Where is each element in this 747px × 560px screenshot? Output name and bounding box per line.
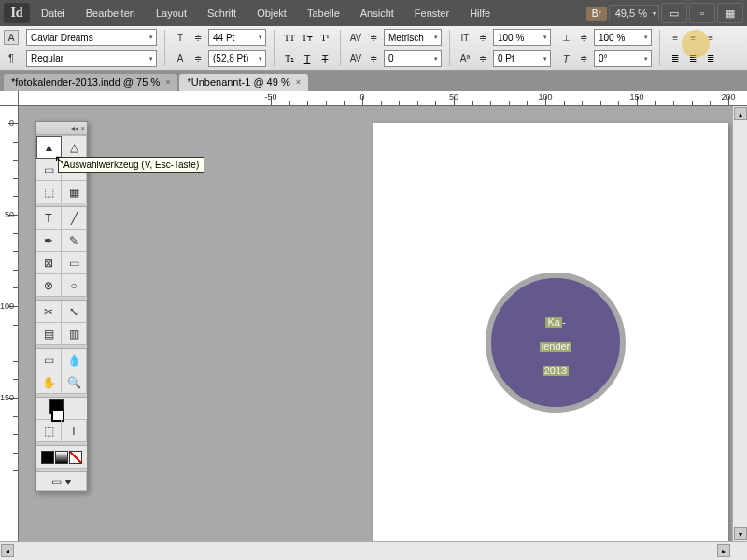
kerning-dropdown[interactable]: Metrisch bbox=[384, 29, 442, 46]
fill-stroke-swatch[interactable] bbox=[36, 398, 87, 420]
free-transform-tool-icon[interactable]: ⤡ bbox=[62, 301, 87, 323]
vertical-ruler[interactable]: 050100150 bbox=[0, 91, 19, 541]
font-style-dropdown[interactable]: Regular bbox=[26, 50, 157, 67]
panel-header[interactable]: ◂◂ × bbox=[36, 122, 87, 135]
stepper-icon[interactable]: ≑ bbox=[576, 51, 591, 66]
vscale-icon: IT bbox=[458, 30, 472, 45]
font-size-dropdown[interactable]: 44 Pt bbox=[208, 29, 266, 46]
tracking-dropdown[interactable]: 0 bbox=[384, 50, 442, 67]
scissors-tool-icon[interactable]: ✂ bbox=[36, 301, 62, 323]
scroll-up-icon[interactable]: ▴ bbox=[734, 107, 747, 120]
kerning-icon: AV bbox=[348, 30, 363, 45]
stepper-icon[interactable]: ≑ bbox=[576, 30, 591, 45]
hand-tool-icon[interactable]: ✋ bbox=[36, 371, 62, 394]
apply-color-row[interactable] bbox=[36, 446, 87, 469]
document-tabbar: *fotokalender-2013.indd @ 75 %× *Unbenan… bbox=[0, 71, 747, 91]
justify-left-icon[interactable]: ≣ bbox=[668, 51, 683, 66]
superscript-icon[interactable]: T¹ bbox=[317, 30, 332, 45]
note-tool-icon[interactable]: ▭ bbox=[36, 349, 62, 371]
menu-ansicht[interactable]: Ansicht bbox=[351, 4, 403, 22]
baseline-icon: Aª bbox=[458, 51, 472, 66]
paragraph-controls-icon[interactable]: ¶ bbox=[4, 51, 19, 66]
allcaps-icon[interactable]: TT bbox=[282, 30, 297, 45]
app-logo: Id bbox=[4, 3, 30, 23]
view-options-icon[interactable]: ▭ bbox=[661, 3, 687, 23]
character-controls-icon[interactable]: A bbox=[4, 30, 19, 45]
menu-layout[interactable]: Layout bbox=[147, 4, 196, 22]
formatting-text-icon[interactable]: T bbox=[62, 420, 87, 442]
page[interactable]: Ka- lender 2013 bbox=[374, 123, 728, 541]
menu-schrift[interactable]: Schrift bbox=[198, 4, 246, 22]
pen-tool-icon[interactable]: ✒ bbox=[36, 230, 62, 252]
view-mode-icon[interactable]: ▭ ▾ bbox=[36, 472, 87, 491]
direct-selection-tool-icon[interactable]: △ bbox=[62, 136, 87, 159]
ruler-origin[interactable] bbox=[0, 91, 19, 106]
menu-datei[interactable]: Datei bbox=[32, 4, 75, 22]
content-placer-icon[interactable]: ▦ bbox=[62, 181, 87, 203]
rectangle-frame-tool-icon[interactable]: ⊠ bbox=[36, 252, 62, 274]
mouse-cursor-icon: ↖ bbox=[54, 152, 65, 167]
application-menubar: Id Datei Bearbeiten Layout Schrift Objek… bbox=[0, 0, 747, 26]
hscale-dropdown[interactable]: 100 % bbox=[594, 29, 652, 46]
stepper-icon[interactable]: ≑ bbox=[366, 30, 381, 45]
stepper-icon[interactable]: ≑ bbox=[190, 51, 205, 66]
font-size-icon: T bbox=[173, 30, 188, 45]
tools-panel[interactable]: ◂◂ × ▲ △ ▭ ↔ ⬚ ▦ T ╱ ✒ ✎ ⊠ ▭ ⊗ ○ ✂ ⤡ ▤ ▥… bbox=[35, 121, 88, 492]
screen-mode-icon[interactable]: ▫ bbox=[689, 3, 715, 23]
menu-objekt[interactable]: Objekt bbox=[247, 4, 296, 22]
leading-dropdown[interactable]: (52,8 Pt) bbox=[208, 50, 266, 67]
arrange-icon[interactable]: ▦ bbox=[717, 3, 743, 23]
circle-object[interactable]: Ka- lender 2013 bbox=[486, 273, 626, 413]
scroll-right-icon[interactable]: ▸ bbox=[717, 544, 730, 557]
bridge-badge[interactable]: Br bbox=[586, 7, 607, 21]
menu-fenster[interactable]: Fenster bbox=[405, 4, 458, 22]
horizontal-ruler[interactable]: -50050100150200 bbox=[19, 91, 747, 106]
zoom-level-dropdown[interactable]: 49,5 % bbox=[609, 5, 659, 21]
type-tool-icon[interactable]: T bbox=[36, 207, 62, 230]
horizontal-scrollbar[interactable]: ◂ ▸ bbox=[0, 541, 747, 560]
pencil-tool-icon[interactable]: ✎ bbox=[62, 230, 87, 252]
gradient-swatch-tool-icon[interactable]: ▤ bbox=[36, 323, 62, 345]
stepper-icon[interactable]: ≑ bbox=[190, 30, 205, 45]
close-icon[interactable]: × bbox=[165, 77, 170, 87]
menu-bearbeiten[interactable]: Bearbeiten bbox=[77, 4, 145, 22]
smallcaps-icon[interactable]: Tᴛ bbox=[300, 30, 315, 45]
stepper-icon[interactable]: ≑ bbox=[366, 51, 381, 66]
leading-icon: A bbox=[173, 51, 188, 66]
scroll-down-icon[interactable]: ▾ bbox=[734, 527, 747, 540]
skew-icon: T bbox=[558, 51, 573, 66]
tab-label: *Unbenannt-1 @ 49 % bbox=[187, 77, 289, 88]
subscript-icon[interactable]: T₁ bbox=[282, 51, 297, 66]
close-icon[interactable]: × bbox=[296, 77, 301, 87]
content-collector-icon[interactable]: ⬚ bbox=[36, 181, 62, 203]
formatting-container-icon[interactable]: ⬚ bbox=[36, 420, 62, 442]
strikethrough-icon[interactable]: T bbox=[317, 51, 332, 66]
baseline-dropdown[interactable]: 0 Pt bbox=[493, 50, 551, 67]
stepper-icon[interactable]: ≑ bbox=[475, 30, 490, 45]
hscale-icon: ⊥ bbox=[558, 30, 573, 45]
align-left-icon[interactable]: ≡ bbox=[668, 30, 683, 45]
vscale-dropdown[interactable]: 100 % bbox=[493, 29, 551, 46]
menu-hilfe[interactable]: Hilfe bbox=[460, 4, 500, 22]
tab-fotokalender[interactable]: *fotokalender-2013.indd @ 75 %× bbox=[4, 74, 177, 91]
rectangle-tool-icon[interactable]: ▭ bbox=[62, 252, 87, 274]
stepper-icon[interactable]: ≑ bbox=[475, 51, 490, 66]
vertical-scrollbar[interactable]: ▴ ▾ bbox=[732, 106, 747, 541]
scroll-left-icon[interactable]: ◂ bbox=[1, 544, 14, 557]
tool-tooltip: Auswahlwerkzeug (V, Esc-Taste) bbox=[58, 157, 204, 173]
menu-tabelle[interactable]: Tabelle bbox=[298, 4, 349, 22]
line-tool-icon[interactable]: ╱ bbox=[62, 207, 87, 230]
tab-unbenannt[interactable]: *Unbenannt-1 @ 49 %× bbox=[179, 74, 308, 91]
ellipse-frame-tool-icon[interactable]: ⊗ bbox=[36, 274, 62, 297]
tab-label: *fotokalender-2013.indd @ 75 % bbox=[11, 77, 160, 88]
font-family-dropdown[interactable]: Caviar Dreams bbox=[26, 29, 157, 46]
ellipse-tool-icon[interactable]: ○ bbox=[62, 274, 87, 297]
control-panel: A ¶ Caviar Dreams Regular T≑44 Pt A≑(52,… bbox=[0, 26, 747, 71]
tracking-icon: AV bbox=[348, 51, 363, 66]
gradient-feather-tool-icon[interactable]: ▥ bbox=[62, 323, 87, 345]
underline-icon[interactable]: T bbox=[300, 51, 315, 66]
zoom-tool-icon[interactable]: 🔍 bbox=[62, 371, 87, 394]
skew-dropdown[interactable]: 0° bbox=[594, 50, 652, 67]
calendar-text: Ka- lender 2013 bbox=[540, 306, 572, 379]
eyedropper-tool-icon[interactable]: 💧 bbox=[62, 349, 87, 371]
